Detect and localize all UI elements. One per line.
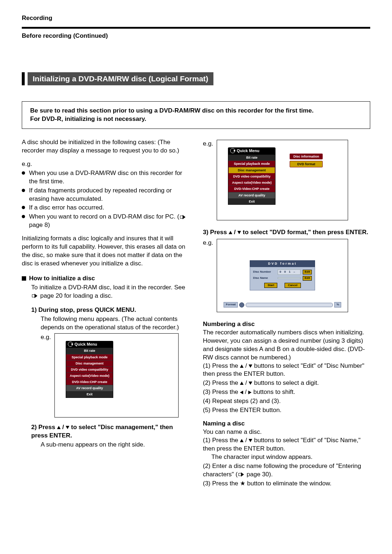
page-ref-arrow-icon xyxy=(32,294,38,298)
up-triangle-icon xyxy=(57,426,61,429)
page-ref-arrow-icon xyxy=(238,472,244,477)
menu-item-chp: DVD-Video:CHP create xyxy=(66,379,113,385)
section-title-text: Initializing a DVD-RAM/RW disc (Logical … xyxy=(28,72,213,85)
percent-label: % xyxy=(334,302,341,307)
numbering-heading: Numbering a disc xyxy=(203,320,370,329)
case-item: If data fragments produced by repeated r… xyxy=(22,187,189,203)
menu-item-aspect: Aspect ratio(Video mode) xyxy=(228,180,275,186)
left-triangle-icon xyxy=(240,391,243,394)
menu-item-aspect: Aspect ratio(Video mode) xyxy=(66,373,113,379)
case-item: If a disc error has occurred. xyxy=(22,204,189,212)
menu-item-exit: Exit xyxy=(228,199,275,204)
callout-line1: Be sure to read this section prior to us… xyxy=(30,107,362,115)
warning-callout: Be sure to read this section prior to us… xyxy=(22,101,370,129)
start-button: Start xyxy=(264,283,277,288)
menu-item-bitrate: Bit rate xyxy=(66,348,113,354)
format-warning: Initializing formats a disc logically an… xyxy=(22,235,189,268)
case-item: When you use a DVD-RAM/RW disc on this r… xyxy=(22,169,189,186)
left-column: A disc should be initialized in the foll… xyxy=(22,138,189,492)
right-triangle-icon xyxy=(248,391,252,394)
divider xyxy=(22,27,370,29)
menu-item-bitrate: Bit rate xyxy=(228,155,275,161)
naming-steps: (1) Press the / buttons to select "Edit"… xyxy=(203,436,370,488)
up-triangle-icon xyxy=(240,382,244,385)
down-triangle-icon xyxy=(237,231,241,234)
disc-name-label: Disc Name xyxy=(253,276,275,280)
format-tag: Format xyxy=(224,302,238,307)
down-triangle-icon xyxy=(249,382,252,385)
intro-text: A disc should be initialized in the foll… xyxy=(22,138,189,155)
how-to-heading: How to initialize a disc xyxy=(22,274,189,283)
menu-item-chp: DVD-Video:CHP create xyxy=(228,186,275,192)
case-list: When you use a DVD-RAM/RW disc on this r… xyxy=(22,169,189,230)
up-triangle-icon xyxy=(240,364,244,368)
disc-number-value: 0 0 1 – xyxy=(278,269,301,275)
page-ref-arrow-icon xyxy=(180,215,186,219)
numbering-body: The recorder automatically numbers discs… xyxy=(203,329,370,362)
cancel-button: Cancel xyxy=(285,283,301,288)
sub-menu: Disc information DVD format xyxy=(290,154,323,169)
how-to-body: To initialize a DVD-RAM disc, load it in… xyxy=(22,284,189,300)
numbering-steps: (1) Press the / buttons to select "Edit"… xyxy=(203,362,370,415)
running-head-subsection: Before recording (Continued) xyxy=(22,32,370,40)
quick-menu-icon xyxy=(68,342,73,347)
menu-item-dvd-compat: DVD video compatibility xyxy=(228,174,275,180)
running-head-section: Recording xyxy=(22,15,370,22)
menu-item-disc-mgmt-selected: Disc management xyxy=(228,167,275,174)
eg-label: e.g. xyxy=(203,140,213,148)
eg-label: e.g. xyxy=(203,239,213,247)
quick-menu-title: Quick Menu xyxy=(228,147,275,154)
quick-menu-list: Bit rate Special playback mode Disc mana… xyxy=(228,154,275,205)
menu-item-spm: Special playback mode xyxy=(66,354,113,360)
up-triangle-icon xyxy=(229,231,232,234)
format-progress-bar: Format % xyxy=(224,302,341,307)
menu-item-avq: AV record quality xyxy=(66,385,113,391)
section-title: Initializing a DVD-RAM/RW disc (Logical … xyxy=(22,72,370,85)
naming-body: You can name a disc. xyxy=(203,428,370,436)
step1-heading: 1) During stop, press QUICK MENU. xyxy=(31,306,189,314)
right-column: e.g. Quick Menu Bit rate Special playbac… xyxy=(203,138,370,492)
disc-icon xyxy=(239,302,244,307)
callout-line2: For DVD-R, initializing is not necessary… xyxy=(30,115,362,123)
edit-button: Edit xyxy=(303,270,312,274)
menu-item-disc-mgmt: Disc management xyxy=(66,360,113,367)
menu-item-spm: Special playback mode xyxy=(228,161,275,167)
osd-screenshot-1: Quick Menu Bit rate Special playback mod… xyxy=(54,333,179,417)
menu-item-avq: AV record quality xyxy=(228,192,275,199)
menu-item-dvd-compat: DVD video compatibility xyxy=(66,367,113,373)
naming-heading: Naming a disc xyxy=(203,420,370,428)
osd-screenshot-3: DVD format Disc Number 0 0 1 – Edit Disc… xyxy=(217,239,348,312)
edit-button: Edit xyxy=(303,276,312,281)
eg-label: e.g. xyxy=(41,333,51,342)
down-triangle-icon xyxy=(249,364,252,368)
down-triangle-icon xyxy=(66,426,69,429)
case-item: When you want to record on a DVD-RAM dis… xyxy=(22,213,189,229)
submenu-disc-info: Disc information xyxy=(290,154,323,159)
up-triangle-icon xyxy=(240,439,244,442)
disc-name-value xyxy=(278,277,301,279)
submenu-dvd-format: DVD format xyxy=(290,161,323,167)
osd-screenshot-2: Quick Menu Bit rate Special playback mod… xyxy=(217,140,348,220)
step2-body: A sub-menu appears on the right side. xyxy=(31,441,189,449)
eg-label: e.g. xyxy=(22,160,189,168)
star-icon: ★ xyxy=(240,480,245,487)
disc-number-label: Disc Number xyxy=(253,270,275,274)
quick-menu-title: Quick Menu xyxy=(66,341,113,348)
quick-menu-icon xyxy=(230,148,235,153)
menu-item-exit: Exit xyxy=(66,391,113,397)
step1-body: The following menu appears. (The actual … xyxy=(31,315,189,332)
down-triangle-icon xyxy=(249,439,252,442)
step3-heading: 3) Press / to select "DVD format," then … xyxy=(203,228,370,237)
quick-menu-list: Bit rate Special playback mode Disc mana… xyxy=(66,347,113,398)
dvd-format-title: DVD format xyxy=(250,260,315,267)
step2-heading: 2) Press / to select "Disc management," … xyxy=(31,423,189,440)
